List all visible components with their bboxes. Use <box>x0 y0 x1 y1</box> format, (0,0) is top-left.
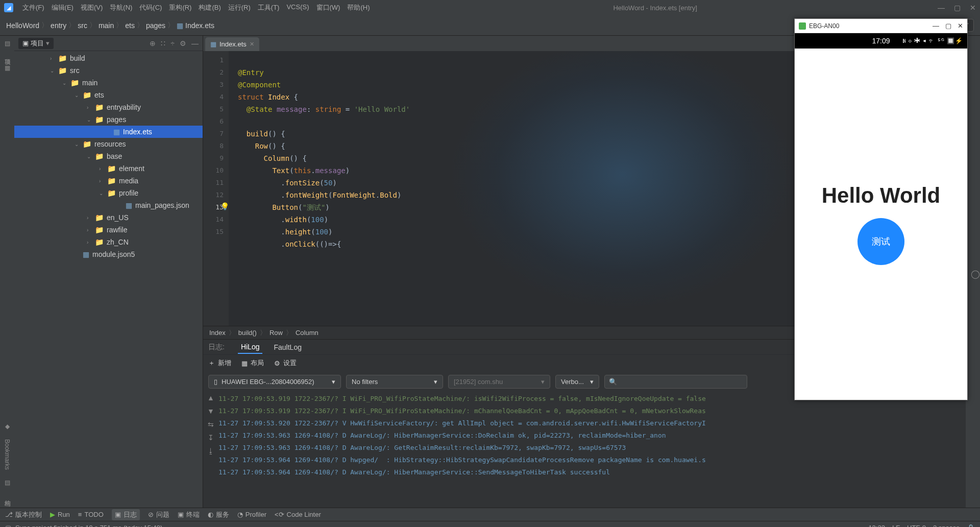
code-breadcrumb-item[interactable]: build() <box>238 329 257 337</box>
scroll-end-icon[interactable]: ↧ <box>208 434 214 442</box>
layout-button[interactable]: ▦布局 <box>241 358 264 368</box>
tree-arrow-icon[interactable]: › <box>87 105 92 110</box>
commit-icon[interactable]: ▦ <box>5 64 10 71</box>
menu-item[interactable]: 重构(R) <box>166 1 194 14</box>
level-select[interactable]: Verbo...▾ <box>555 375 599 389</box>
log-tab[interactable]: ▣日志 <box>112 509 140 520</box>
run-tab[interactable]: ▶Run <box>50 511 70 518</box>
tree-node[interactable]: ›📁build <box>14 52 203 64</box>
tree-arrow-icon[interactable]: ⌄ <box>87 154 92 159</box>
tree-arrow-icon[interactable]: ⌄ <box>87 117 92 123</box>
locate-icon[interactable]: ⊕ <box>150 39 156 47</box>
lightbulb-icon[interactable]: 💡 <box>220 200 229 212</box>
menu-bar[interactable]: 文件(F)编辑(E)视图(V)导航(N)代码(C)重构(R)构建(B)运行(R)… <box>19 1 373 14</box>
log-line[interactable]: 11-27 17:09:53.964 1269-4108/? D hwpged/… <box>218 454 966 466</box>
tree-arrow-icon[interactable]: › <box>99 178 104 184</box>
project-tree[interactable]: ›📁build⌄📁src⌄📁main⌄📁ets›📁entryability⌄📁p… <box>14 51 203 508</box>
menu-item[interactable]: 导航(N) <box>107 1 135 14</box>
project-icon[interactable]: ▤ <box>5 40 10 47</box>
cursor-position[interactable]: 13:22 <box>868 524 885 527</box>
tree-arrow-icon[interactable]: ⌄ <box>62 80 67 86</box>
tree-arrow-icon[interactable]: ⌄ <box>50 68 55 74</box>
process-select[interactable]: [21952] com.shu▾ <box>448 375 550 389</box>
log-line[interactable]: 11-27 17:09:53.963 1269-4108/? D AwareLo… <box>218 442 966 454</box>
breadcrumb-item[interactable]: entry <box>51 21 66 30</box>
tree-node[interactable]: ▦module.json5 <box>14 248 203 260</box>
maximize-icon[interactable]: ▢ <box>945 22 951 30</box>
tree-node[interactable]: ›📁en_US <box>14 211 203 224</box>
tree-arrow-icon[interactable]: ⌄ <box>75 141 80 147</box>
gear-icon[interactable]: ⚙ <box>180 39 186 47</box>
close-icon[interactable]: ✕ <box>970 4 976 12</box>
bookmarks-icon[interactable]: ◆ <box>5 423 10 430</box>
tree-node[interactable]: ⌄📁src <box>14 64 203 77</box>
tree-arrow-icon[interactable]: › <box>87 215 92 221</box>
log-line[interactable]: 11-27 17:09:53.919 1722-2367/? I WiFi_PR… <box>218 405 966 417</box>
problems-tab[interactable]: ⊘问题 <box>148 510 169 519</box>
lock-icon[interactable]: 🔒 <box>967 524 975 527</box>
device-select[interactable]: ▯HUAWEI EBG-...20804006952)▾ <box>208 375 341 389</box>
log-search-input[interactable]: 🔍 <box>604 375 747 389</box>
menu-item[interactable]: VCS(S) <box>283 1 312 14</box>
avatar-icon[interactable]: ◯ <box>971 269 980 279</box>
todo-tab[interactable]: ≡TODO <box>78 511 104 518</box>
menu-item[interactable]: 帮助(H) <box>344 1 373 14</box>
structure-icon[interactable]: ▤ <box>5 479 10 486</box>
code-breadcrumb-item[interactable]: Row <box>270 329 283 337</box>
close-icon[interactable]: ✕ <box>958 22 963 30</box>
maximize-icon[interactable]: ▢ <box>954 4 961 12</box>
settings-button[interactable]: ⚙设置 <box>274 358 297 368</box>
breadcrumb-item[interactable]: HelloWord <box>6 21 39 30</box>
scroll-up-icon[interactable]: ▲ <box>207 394 214 402</box>
breadcrumb-item[interactable]: src <box>78 21 87 30</box>
expand-icon[interactable]: ∷ <box>161 39 165 47</box>
left-tool-strip-bottom[interactable]: ◆ Bookmarks ▤ 结构 <box>0 286 14 500</box>
sidebar-item-bookmarks[interactable]: Bookmarks <box>4 439 11 470</box>
tree-arrow-icon[interactable]: › <box>87 227 92 233</box>
minimize-icon[interactable]: — <box>933 22 939 30</box>
menu-item[interactable]: 工具(T) <box>255 1 283 14</box>
breadcrumb-item[interactable]: main <box>99 21 114 30</box>
close-tab-icon[interactable]: ✕ <box>250 41 254 47</box>
scroll-down-icon[interactable]: ▼ <box>207 407 214 415</box>
filter-select[interactable]: No filters▾ <box>346 375 443 389</box>
right-tool-strip[interactable]: ◯ Notifications ◉ 预览器 <box>966 36 980 508</box>
emulator-titlebar[interactable]: EBG-AN00 — ▢ ✕ <box>795 19 967 33</box>
menu-item[interactable]: 编辑(E) <box>48 1 77 14</box>
code-breadcrumb-item[interactable]: Index <box>209 329 226 337</box>
tree-node[interactable]: ›📁zh_CN <box>14 236 203 248</box>
menu-item[interactable]: 文件(F) <box>19 1 47 14</box>
menu-item[interactable]: 代码(C) <box>136 1 165 14</box>
indent-setting[interactable]: 2 spaces <box>933 524 960 527</box>
editor-tab-active[interactable]: ▦ Index.ets ✕ <box>205 37 259 51</box>
emulator-screen[interactable]: Hello World 测试 <box>795 49 967 400</box>
minimize-icon[interactable]: — <box>938 4 945 12</box>
tree-node[interactable]: ▦main_pages.json <box>14 199 203 211</box>
new-button[interactable]: ＋新增 <box>208 358 231 368</box>
encoding[interactable]: UTF-8 <box>907 524 926 527</box>
tree-node[interactable]: ⌄📁ets <box>14 89 203 101</box>
tree-arrow-icon[interactable]: › <box>50 56 55 61</box>
log-line[interactable]: 11-27 17:09:53.920 1722-2367/? V HwWifiS… <box>218 417 966 429</box>
tree-node[interactable]: ▦Index.ets <box>14 126 203 138</box>
log-line[interactable]: 11-27 17:09:53.963 1269-4108/? D AwareLo… <box>218 429 966 442</box>
menu-item[interactable]: 构建(B) <box>195 1 224 14</box>
tree-node[interactable]: ›📁rawfile <box>14 224 203 236</box>
tree-node[interactable]: ⌄📁profile <box>14 187 203 199</box>
breadcrumb-item[interactable]: Index.ets <box>185 21 214 30</box>
export-icon[interactable]: ⭳ <box>207 447 214 455</box>
tree-node[interactable]: ›📁media <box>14 175 203 187</box>
test-button[interactable]: 测试 <box>857 218 904 265</box>
bottom-tool-bar[interactable]: ⎇版本控制 ▶Run ≡TODO ▣日志 ⊘问题 ▣终端 ◐服务 ◔Profil… <box>0 508 980 521</box>
tab-hilog[interactable]: HiLog <box>238 341 263 354</box>
status-icon[interactable]: ▢ <box>5 524 11 527</box>
tree-node[interactable]: ⌄📁pages <box>14 113 203 126</box>
collapse-icon[interactable]: ÷ <box>170 39 175 47</box>
tree-arrow-icon[interactable]: › <box>87 239 92 245</box>
menu-item[interactable]: 视图(V) <box>78 1 106 14</box>
tree-node[interactable]: ⌄📁base <box>14 150 203 162</box>
tree-arrow-icon[interactable]: › <box>99 166 104 172</box>
tree-arrow-icon[interactable]: ⌄ <box>75 92 80 98</box>
tree-node[interactable]: ⌄📁main <box>14 77 203 89</box>
menu-item[interactable]: 运行(R) <box>225 1 254 14</box>
